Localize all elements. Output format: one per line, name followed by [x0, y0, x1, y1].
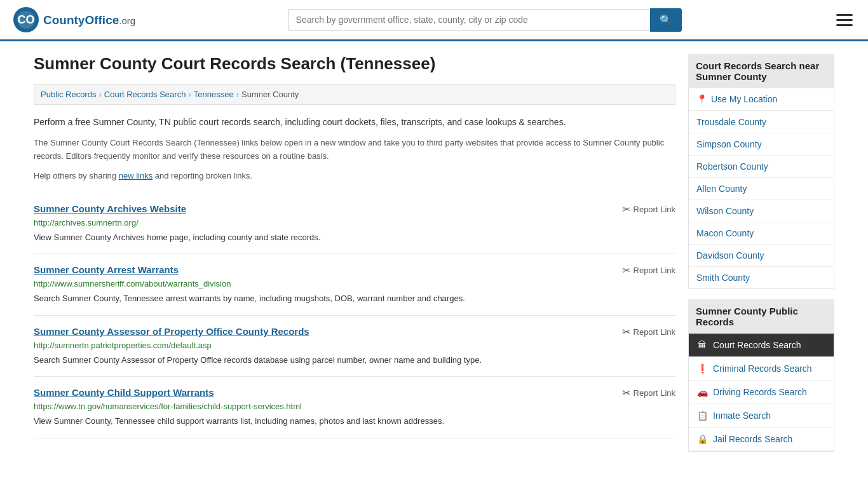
- record-type-item-0[interactable]: 🏛 Court Records Search: [689, 334, 834, 357]
- sidebar-county-item-4[interactable]: Wilson County: [689, 200, 834, 222]
- new-links-link[interactable]: new links: [119, 171, 153, 180]
- public-records-section-title: Sumner County Public Records: [688, 299, 834, 334]
- breadcrumb-tennessee[interactable]: Tennessee: [194, 90, 234, 99]
- result-desc-3: View Sumner County, Tennessee child supp…: [34, 415, 675, 428]
- sidebar-county-item-0[interactable]: Trousdale County: [689, 111, 834, 133]
- breadcrumb-court-records[interactable]: Court Records Search: [104, 90, 186, 99]
- record-type-item-1[interactable]: ❗ Criminal Records Search: [689, 357, 834, 381]
- result-card-1: Sumner County Arrest Warrants ✂ Report L…: [34, 254, 675, 316]
- search-button[interactable]: 🔍: [650, 8, 682, 32]
- result-header-0: Sumner County Archives Website ✂ Report …: [34, 203, 675, 215]
- description-text: Perform a free Sumner County, TN public …: [34, 115, 675, 129]
- sidebar-county-link-2[interactable]: Robertson County: [689, 156, 834, 177]
- record-type-item-3[interactable]: 📋 Inmate Search: [689, 404, 834, 428]
- breadcrumb-public-records[interactable]: Public Records: [41, 90, 96, 99]
- nearby-county-list: 📍 Use My Location Trousdale County Simps…: [688, 88, 834, 289]
- record-type-label-0: Court Records Search: [713, 340, 801, 350]
- result-desc-0: View Sumner County Archives home page, i…: [34, 231, 675, 244]
- help-text: Help others by sharing new links and rep…: [34, 171, 675, 180]
- sidebar-county-link-5[interactable]: Macon County: [689, 222, 834, 244]
- record-type-label-3: Inmate Search: [713, 410, 771, 421]
- result-card-0: Sumner County Archives Website ✂ Report …: [34, 193, 675, 255]
- report-label-0: Report Link: [634, 205, 675, 214]
- sidebar-county-item-5[interactable]: Macon County: [689, 222, 834, 245]
- record-type-label-1: Criminal Records Search: [713, 363, 812, 374]
- use-location-item[interactable]: 📍 Use My Location: [689, 88, 834, 111]
- search-input[interactable]: [288, 9, 650, 30]
- court-icon: 🏛: [696, 340, 708, 350]
- breadcrumb-current: Sumner County: [241, 90, 299, 99]
- breadcrumb-sep-1: ›: [98, 90, 101, 99]
- report-icon-1: ✂: [622, 264, 630, 276]
- breadcrumb-sep-3: ›: [236, 90, 239, 99]
- sidebar-county-item-7[interactable]: Smith County: [689, 267, 834, 288]
- result-url-2[interactable]: http://sumnertn.patriotproperties.com/de…: [34, 341, 675, 350]
- report-link-2[interactable]: ✂ Report Link: [622, 326, 675, 338]
- record-type-link-0[interactable]: 🏛 Court Records Search: [689, 334, 834, 356]
- sidebar: Court Records Search near Sumner County …: [688, 54, 834, 452]
- sidebar-county-link-0[interactable]: Trousdale County: [689, 111, 834, 133]
- use-location-label: Use My Location: [711, 94, 777, 104]
- records-type-list: 🏛 Court Records Search ❗ Criminal Record…: [688, 334, 834, 452]
- result-header-1: Sumner County Arrest Warrants ✂ Report L…: [34, 264, 675, 276]
- sidebar-county-link-4[interactable]: Wilson County: [689, 200, 834, 222]
- sidebar-county-link-6[interactable]: Davidson County: [689, 245, 834, 266]
- menu-button[interactable]: [834, 11, 855, 29]
- main-container: Sumner County Court Records Search (Tenn…: [21, 41, 847, 464]
- result-header-3: Sumner County Child Support Warrants ✂ R…: [34, 387, 675, 399]
- report-label-1: Report Link: [634, 266, 675, 275]
- sidebar-county-item-1[interactable]: Simpson County: [689, 133, 834, 156]
- sidebar-county-link-3[interactable]: Allen County: [689, 178, 834, 200]
- result-card-2: Sumner County Assessor of Property Offic…: [34, 316, 675, 377]
- result-title-2[interactable]: Sumner County Assessor of Property Offic…: [34, 326, 309, 337]
- record-type-link-2[interactable]: 🚗 Driving Records Search: [689, 381, 834, 403]
- nearby-section-title: Court Records Search near Sumner County: [688, 54, 834, 88]
- content-area: Sumner County Court Records Search (Tenn…: [34, 54, 675, 452]
- result-title-3[interactable]: Sumner County Child Support Warrants: [34, 387, 214, 398]
- result-desc-2: Search Sumner County Assessor of Propert…: [34, 354, 675, 367]
- logo-icon: CO: [13, 6, 39, 33]
- results-list: Sumner County Archives Website ✂ Report …: [34, 193, 675, 438]
- report-icon-0: ✂: [622, 203, 630, 215]
- result-desc-1: Search Sumner County, Tennessee arrest w…: [34, 292, 675, 305]
- description-text-2: The Sumner County Court Records Search (…: [34, 137, 675, 163]
- svg-text:CO: CO: [18, 13, 35, 26]
- report-icon-2: ✂: [622, 326, 630, 338]
- report-label-3: Report Link: [634, 388, 675, 398]
- record-type-link-3[interactable]: 📋 Inmate Search: [689, 404, 834, 427]
- result-url-1[interactable]: http://www.sumnersheriff.com/about/warra…: [34, 279, 675, 288]
- result-card-3: Sumner County Child Support Warrants ✂ R…: [34, 377, 675, 438]
- search-area: 🔍: [288, 8, 682, 32]
- search-icon: 🔍: [660, 15, 672, 25]
- logo-area[interactable]: CO CountyOffice.org: [13, 6, 135, 33]
- report-link-1[interactable]: ✂ Report Link: [622, 264, 675, 276]
- jail-icon: 🔒: [696, 434, 708, 444]
- record-type-link-1[interactable]: ❗ Criminal Records Search: [689, 357, 834, 380]
- page-title: Sumner County Court Records Search (Tenn…: [34, 54, 675, 74]
- logo-text: CountyOffice.org: [43, 13, 135, 27]
- result-url-0[interactable]: http://archives.sumnertn.org/: [34, 218, 675, 227]
- report-label-2: Report Link: [634, 327, 675, 337]
- sidebar-county-item-6[interactable]: Davidson County: [689, 245, 834, 267]
- sidebar-county-link-7[interactable]: Smith County: [689, 267, 834, 288]
- driving-icon: 🚗: [696, 387, 708, 397]
- sidebar-county-item-2[interactable]: Robertson County: [689, 156, 834, 178]
- record-type-label-2: Driving Records Search: [713, 387, 807, 397]
- result-title-1[interactable]: Sumner County Arrest Warrants: [34, 264, 179, 275]
- sidebar-county-item-3[interactable]: Allen County: [689, 178, 834, 200]
- record-type-link-4[interactable]: 🔒 Jail Records Search: [689, 428, 834, 451]
- criminal-icon: ❗: [696, 363, 708, 374]
- report-icon-3: ✂: [622, 387, 630, 399]
- report-link-3[interactable]: ✂ Report Link: [622, 387, 675, 399]
- record-type-item-2[interactable]: 🚗 Driving Records Search: [689, 381, 834, 404]
- breadcrumb-sep-2: ›: [188, 90, 191, 99]
- record-type-label-4: Jail Records Search: [713, 434, 792, 444]
- report-link-0[interactable]: ✂ Report Link: [622, 203, 675, 215]
- sidebar-county-link-1[interactable]: Simpson County: [689, 133, 834, 155]
- result-title-0[interactable]: Sumner County Archives Website: [34, 203, 186, 214]
- result-header-2: Sumner County Assessor of Property Offic…: [34, 326, 675, 338]
- record-type-item-4[interactable]: 🔒 Jail Records Search: [689, 428, 834, 451]
- breadcrumb: Public Records › Court Records Search › …: [34, 84, 675, 105]
- inmate-icon: 📋: [696, 410, 708, 421]
- result-url-3[interactable]: https://www.tn.gov/humanservices/for-fam…: [34, 402, 675, 411]
